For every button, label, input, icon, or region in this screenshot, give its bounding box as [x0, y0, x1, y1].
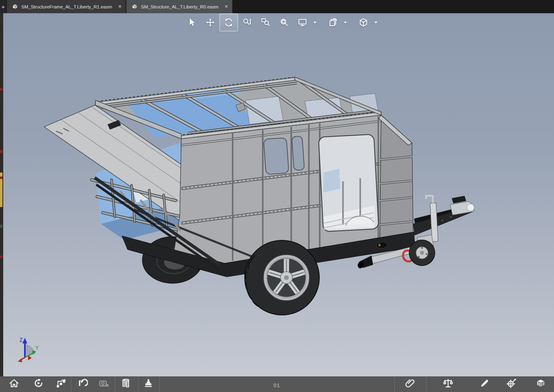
tab-structureframe-r1[interactable]: SM_StructureFrame_AL_T.Liberty_R1.easm ✕ [7, 0, 126, 13]
tab-bar: + SM_StructureFrame_AL_T.Liberty_R1.easm… [0, 0, 554, 13]
select-tool-button[interactable] [183, 14, 201, 31]
left-edge-panel-strip [0, 13, 3, 376]
home-button[interactable] [4, 378, 24, 392]
strip-fragment [0, 88, 2, 91]
fullscreen-tool-button[interactable] [293, 14, 312, 31]
strip-fragment [0, 256, 2, 258]
measure-button[interactable] [94, 378, 114, 392]
view-settings-dropdown-icon[interactable] [342, 14, 349, 31]
tab-close-icon[interactable]: ✕ [225, 4, 228, 9]
components-button[interactable] [531, 378, 550, 392]
separator [71, 376, 71, 392]
strip-fragment [0, 225, 2, 228]
separator [138, 376, 138, 392]
view-orientation-dropdown-icon[interactable] [373, 14, 379, 31]
zoom-fit-tool-button[interactable] [275, 14, 293, 31]
separator [115, 376, 115, 392]
tab-close-icon[interactable]: ✕ [118, 4, 122, 9]
rotate-tool-button[interactable] [219, 14, 238, 31]
strip-fragment [0, 177, 2, 179]
zoom-area-tool-button[interactable] [256, 14, 275, 31]
fullscreen-dropdown-icon[interactable] [312, 14, 318, 31]
bottom-toolbar: 01 [0, 376, 554, 392]
pan-tool-button[interactable] [201, 14, 219, 31]
separator [394, 376, 395, 392]
strip-fragment [0, 150, 2, 153]
attachments-button[interactable] [401, 378, 420, 392]
3d-viewport[interactable] [3, 13, 554, 376]
assembly-file-icon [12, 4, 18, 10]
assembly-file-icon [131, 4, 138, 10]
mass-properties-button[interactable] [438, 378, 458, 392]
separator [159, 376, 160, 392]
markup-button[interactable] [475, 378, 494, 392]
view-settings-tool-button[interactable] [324, 14, 342, 31]
tab-structure-r0[interactable]: SM_Structure_AL_T.Liberty_R0.easm ✕ [126, 0, 232, 13]
separator [426, 376, 426, 392]
section-button[interactable] [116, 378, 136, 392]
stamp-button[interactable] [139, 378, 158, 392]
tab-label: SM_Structure_AL_T.Liberty_R0.easm [141, 4, 218, 9]
configurations-button[interactable] [51, 378, 71, 392]
move-component-button[interactable] [502, 378, 521, 392]
view-orientation-cube-button[interactable] [354, 14, 373, 31]
view-toolbar [183, 14, 379, 31]
play-reverse-button[interactable] [73, 378, 92, 392]
sheet-label: 01 [257, 382, 297, 388]
edrawings-window: + SM_StructureFrame_AL_T.Liberty_R1.easm… [0, 0, 554, 392]
reset-button[interactable] [29, 378, 48, 392]
new-tab-button[interactable]: + [0, 0, 7, 13]
tab-label: SM_StructureFrame_AL_T.Liberty_R1.easm [21, 4, 112, 9]
zoom-tool-button[interactable] [238, 14, 256, 31]
